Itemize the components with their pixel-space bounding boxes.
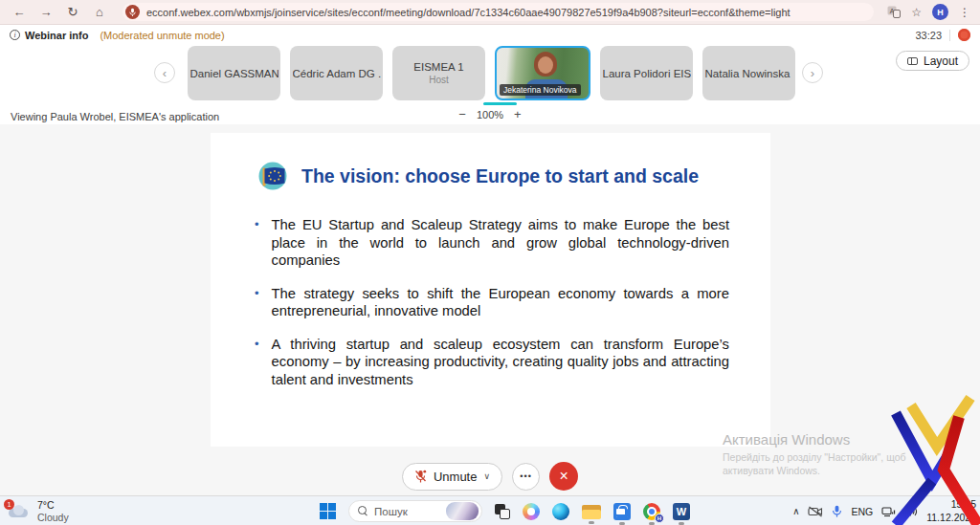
layout-button-label: Layout [924, 55, 958, 68]
participant-name: Daniel GASSMAN... [190, 68, 278, 79]
browser-actions: A ☆ H ⋮ [887, 4, 970, 20]
word-button[interactable]: W [673, 503, 690, 520]
bullet-marker: • [255, 285, 259, 320]
participant-name: Natalia Nowinska ... [705, 68, 793, 79]
microsoft-store-button[interactable] [613, 503, 631, 520]
participant-tile[interactable]: Natalia Nowinska ... [702, 46, 795, 100]
zoom-out-button[interactable]: − [458, 108, 466, 120]
participant-name-tag: Jekaterina Novikova [500, 84, 581, 96]
webex-webinar-window: ← → ↻ ⌂ ecconf.webex.com/wbxmjs/joinserv… [0, 0, 980, 525]
url-text: ecconf.webex.com/wbxmjs/joinservice/site… [146, 7, 791, 18]
slide-title: The vision: choose Europe to start and s… [301, 165, 699, 187]
search-placeholder: Пошук [374, 506, 440, 517]
taskbar-clock[interactable]: 15:05 11.12.2025 [926, 498, 976, 523]
volume-icon[interactable] [904, 506, 918, 517]
language-indicator[interactable]: ENG [851, 506, 873, 517]
record-indicator-icon[interactable] [958, 29, 970, 41]
system-tray: ∧ ENG 15:05 11.1 [792, 496, 976, 525]
participant-filmstrip: ‹ Daniel GASSMAN... Cédric Adam DG ... E… [0, 44, 980, 107]
edge-icon [552, 503, 569, 520]
layout-grid-icon [907, 57, 918, 65]
webinar-info-button[interactable]: Webinar info [25, 30, 88, 41]
participant-tile[interactable]: Laura Polidori EIS... [600, 46, 693, 100]
eu-flag-icon [256, 160, 289, 192]
file-explorer-button[interactable] [582, 504, 601, 519]
chrome-button[interactable]: H [643, 503, 660, 520]
meeting-timer: 33:23 [915, 30, 942, 41]
windows-logo-icon [320, 503, 336, 519]
unmute-button-label: Unmute [434, 470, 478, 484]
filmstrip-next-button[interactable]: › [802, 62, 823, 83]
info-icon: i [10, 30, 20, 40]
bullet-item: • A thriving startup and scaleup ecosyst… [255, 336, 729, 389]
task-view-button[interactable] [495, 504, 510, 519]
slide-bullet-list: • The EU Startup and Scaleup Strategy ai… [255, 216, 729, 388]
unmute-button[interactable]: Unmute ∨ [402, 463, 502, 491]
clock-time: 15:05 [926, 498, 976, 511]
search-highlight-image[interactable] [446, 502, 479, 520]
bullet-item: • The EU Startup and Scaleup Strategy ai… [255, 216, 729, 270]
taskbar-search-box[interactable]: Пошук [348, 500, 482, 522]
edge-button[interactable] [552, 503, 569, 520]
video-person-face [538, 56, 553, 74]
leave-meeting-button[interactable]: × [549, 462, 578, 491]
network-icon[interactable] [881, 506, 896, 517]
participant-cards: Daniel GASSMAN... Cédric Adam DG ... EIS… [188, 46, 795, 100]
chevron-down-icon: ∨ [483, 471, 490, 481]
participant-name: EISMEA 1 [413, 61, 463, 73]
participant-name: Laura Polidori EIS... [603, 68, 691, 79]
meeting-control-bar: Unmute ∨ ••• × [0, 462, 980, 491]
task-view-icon [495, 504, 510, 519]
tray-mic-icon[interactable] [832, 505, 842, 518]
bullet-marker: • [255, 336, 259, 389]
reload-icon[interactable]: ↻ [63, 5, 82, 19]
start-button[interactable] [320, 503, 336, 519]
unmute-mode-label: (Moderated unmute mode) [100, 30, 224, 41]
tray-expand-icon[interactable]: ∧ [792, 506, 799, 516]
browser-menu-icon[interactable]: ⋮ [959, 6, 970, 19]
home-icon[interactable]: ⌂ [90, 5, 109, 19]
participant-tile-host[interactable]: EISMEA 1 Host [392, 46, 485, 100]
mic-glyph [128, 8, 137, 17]
forward-icon[interactable]: → [36, 5, 56, 19]
participant-tile[interactable]: Daniel GASSMAN... [188, 46, 280, 100]
folder-icon [582, 504, 601, 519]
shared-content-area: The vision: choose Europe to start and s… [0, 124, 980, 495]
clock-date: 11.12.2025 [926, 512, 976, 524]
active-speaker-video-tile[interactable]: Jekaterina Novikova [495, 46, 590, 100]
weather-texts: 7°C Cloudy [37, 499, 69, 523]
back-icon[interactable]: ← [10, 5, 29, 19]
slide-title-row: The vision: choose Europe to start and s… [256, 160, 770, 192]
bookmark-star-icon[interactable]: ☆ [911, 6, 922, 19]
participant-tile[interactable]: Cédric Adam DG ... [290, 46, 383, 100]
mic-in-use-icon[interactable] [125, 5, 140, 19]
presentation-slide: The vision: choose Europe to start and s… [211, 133, 770, 447]
zoom-level-value: 100% [477, 109, 503, 120]
filmstrip-prev-button[interactable]: ‹ [154, 62, 175, 83]
camera-off-icon[interactable] [808, 506, 823, 517]
chrome-profile-badge: H [655, 514, 664, 523]
bullet-text: The EU Startup and Scaleup Strategy aims… [272, 216, 729, 270]
store-icon [613, 503, 631, 520]
filmstrip-scrollbar[interactable] [483, 102, 517, 105]
browser-toolbar: ← → ↻ ⌂ ecconf.webex.com/wbxmjs/joinserv… [0, 0, 980, 25]
participant-role: Host [429, 75, 449, 85]
weather-temperature: 7°C [37, 499, 69, 512]
more-options-button[interactable]: ••• [512, 463, 540, 491]
search-icon [358, 506, 368, 516]
weather-condition: Cloudy [37, 512, 69, 524]
mic-muted-icon [414, 470, 427, 484]
word-icon: W [673, 503, 690, 520]
bullet-text: The strategy seeks to shift the European… [272, 285, 729, 320]
participant-name: Cédric Adam DG ... [293, 68, 381, 79]
translate-icon[interactable]: A [887, 6, 901, 18]
weather-cloud-icon: 1 [6, 503, 31, 520]
zoom-in-button[interactable]: + [514, 108, 522, 120]
bullet-marker: • [255, 216, 259, 270]
browser-profile-avatar[interactable]: H [932, 4, 948, 20]
chrome-icon: H [643, 503, 660, 520]
copilot-button[interactable] [523, 503, 540, 520]
layout-button[interactable]: Layout [896, 51, 969, 71]
taskbar-weather-widget[interactable]: 1 7°C Cloudy [6, 499, 69, 523]
address-bar[interactable]: ecconf.webex.com/wbxmjs/joinservice/site… [122, 3, 874, 21]
